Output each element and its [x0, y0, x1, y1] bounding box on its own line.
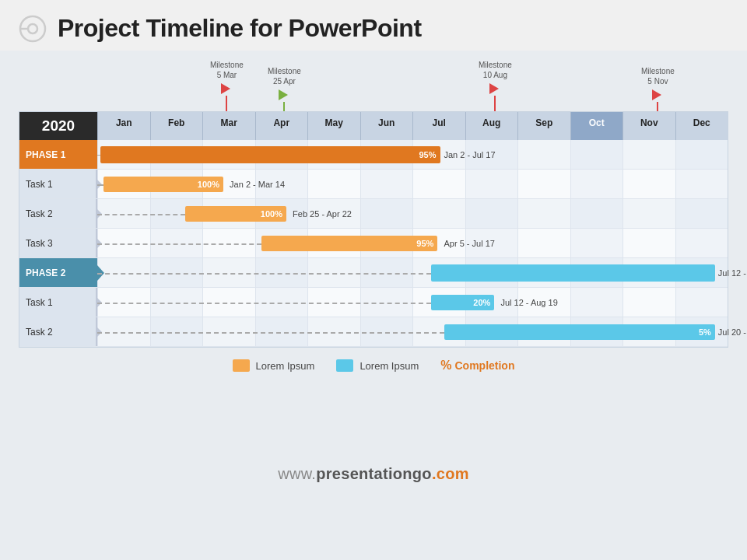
task2b-dates: Jul 20 - Nov 27 — [718, 327, 747, 337]
month-nov: Nov — [622, 112, 675, 140]
month-jun: Jun — [360, 112, 413, 140]
task1b-label: Task 1 — [19, 288, 97, 317]
legend-item-2: Lorem Ipsum — [336, 359, 419, 372]
task3a-dates: Apr 5 - Jul 17 — [444, 239, 495, 248]
header: Project Timeline for PowerPoint — [0, 0, 747, 51]
legend-completion-label: Completion — [454, 359, 514, 372]
month-header-row: 2020 Jan Feb Mar Apr May Jun Jul Aug Sep… — [19, 112, 728, 140]
task3a-label: Task 3 — [19, 229, 97, 257]
legend-pct-symbol: % — [440, 359, 451, 373]
month-jan: Jan — [97, 112, 150, 140]
footer-domain: presentationgo — [316, 465, 432, 483]
flag-icon-3 — [488, 82, 502, 96]
task1a-label: Task 1 — [19, 170, 97, 198]
legend-item-1: Lorem Ipsum — [233, 359, 315, 372]
month-dec: Dec — [675, 112, 728, 140]
milestone-3: Milestone 10 Aug — [479, 60, 512, 111]
phase1-label: PHASE 1 — [19, 140, 97, 169]
task1b-row: Task 1 20% Jul 12 - Aug 19 — [19, 288, 728, 317]
page-title: Project Timeline for PowerPoint — [58, 14, 422, 43]
flag-icon-1 — [219, 82, 233, 96]
task2b-label: Task 2 — [19, 317, 97, 346]
month-mar: Mar — [202, 112, 255, 140]
footer-www: www. — [278, 465, 316, 483]
phase1-grid: 95% Jan 2 - Jul 17 — [97, 140, 728, 169]
footer: www.presentationgo.com — [0, 383, 747, 560]
phase2-dates: Jul 12 - Nov 27 — [718, 268, 747, 278]
milestone-area: Milestone 5 Mar Milestone 25 Apr Milesto… — [19, 51, 728, 111]
task2b-bar: 5% — [444, 324, 715, 340]
footer-tld: .com — [432, 465, 469, 483]
phase2-label: PHASE 2 — [19, 258, 97, 287]
phase1-bar: 95% — [100, 146, 440, 163]
svg-point-1 — [28, 24, 37, 33]
task2b-row: Task 2 5% Jul 20 - Nov 27 — [19, 317, 728, 347]
flag-icon-4 — [651, 88, 665, 102]
gantt-table: 2020 Jan Feb Mar Apr May Jun Jul Aug Sep… — [19, 111, 728, 348]
task2a-bar: 100% — [185, 206, 286, 222]
legend-swatch-orange — [233, 359, 250, 372]
month-apr: Apr — [255, 112, 308, 140]
month-sep: Sep — [517, 112, 570, 140]
task1b-bar: 20% — [431, 295, 494, 310]
legend-label-1: Lorem Ipsum — [256, 360, 315, 372]
phase2-bar — [431, 264, 715, 282]
legend-area: Lorem Ipsum Lorem Ipsum % Completion — [19, 348, 728, 383]
task1a-bar: 100% — [103, 177, 223, 192]
svg-marker-3 — [221, 83, 230, 94]
legend-completion: % Completion — [440, 359, 514, 373]
timeline-icon — [19, 15, 47, 43]
task2a-row: Task 2 100% Feb 25 - Apr 22 — [19, 199, 728, 229]
task1a-dates: Jan 2 - Mar 14 — [230, 180, 285, 189]
month-oct: Oct — [570, 112, 623, 140]
task1b-dates: Jul 12 - Aug 19 — [500, 298, 557, 307]
legend-label-2: Lorem Ipsum — [359, 360, 419, 372]
task1a-row: Task 1 100% Jan 2 - Mar 14 — [19, 170, 728, 199]
svg-marker-5 — [489, 83, 499, 94]
svg-marker-4 — [279, 89, 288, 100]
month-aug: Aug — [465, 112, 518, 140]
flag-icon-2 — [277, 88, 291, 102]
svg-marker-6 — [652, 89, 661, 100]
month-may: May — [307, 112, 360, 140]
legend-swatch-blue — [336, 359, 353, 372]
task3a-row: Task 3 95% Apr 5 - Jul 17 — [19, 229, 728, 258]
task2a-label: Task 2 — [19, 199, 97, 228]
task2a-dates: Feb 25 - Apr 22 — [293, 209, 352, 219]
phase2-row: PHASE 2 Jul 12 - Nov 27 — [19, 258, 728, 288]
month-feb: Feb — [150, 112, 203, 140]
month-jul: Jul — [412, 112, 465, 140]
task3a-bar: 95% — [261, 236, 438, 251]
phase1-dates: Jan 2 - Jul 17 — [444, 150, 496, 159]
phase1-row: PHASE 1 95 — [19, 140, 728, 170]
milestone-4: Milestone 5 Nov — [641, 66, 675, 111]
milestone-1: Milestone 5 Mar — [210, 60, 244, 111]
year-cell: 2020 — [19, 112, 97, 140]
milestone-2: Milestone 25 Apr — [268, 66, 301, 111]
